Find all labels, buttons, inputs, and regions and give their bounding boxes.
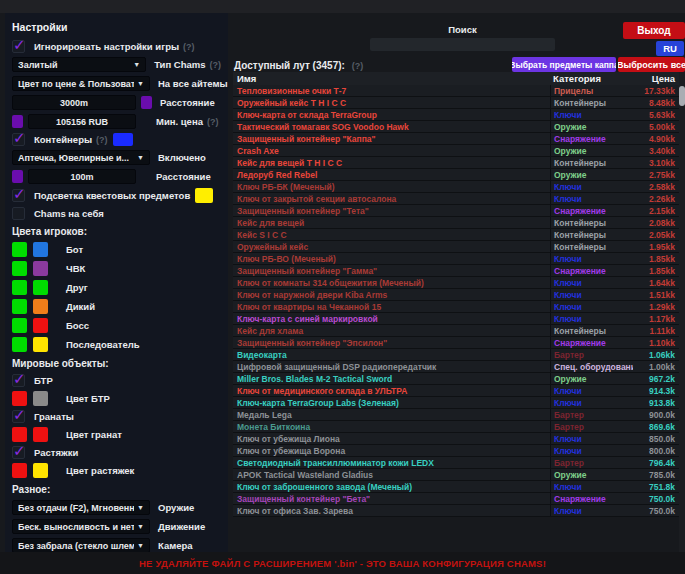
item-name: Кейс для хлама xyxy=(233,326,550,336)
table-row[interactable]: Ключ-карта TerraGroup Labs (Зеленая)Ключ… xyxy=(233,397,679,409)
table-row[interactable]: Кейс для вещейКонтейнеры2.08kk xyxy=(233,217,679,229)
quest-items-checkbox[interactable]: ✓ xyxy=(12,189,25,202)
table-row[interactable]: Ключ от убежища ЛионаКлючи850.0k xyxy=(233,433,679,445)
table-row[interactable]: Ключ от комнаты 314 общежития (Меченый)К… xyxy=(233,277,679,289)
distance-color-swatch[interactable] xyxy=(141,96,152,109)
weapon-select[interactable]: Без отдачи (F2), Мгновенное п ▼ xyxy=(12,500,150,515)
distance-input[interactable]: 3000m xyxy=(12,95,136,110)
color-swatch[interactable] xyxy=(33,318,48,333)
color-swatch[interactable] xyxy=(33,242,48,257)
table-row[interactable]: Ключ от наружной двери Kiba ArmsКлючи1.5… xyxy=(233,289,679,301)
table-row[interactable]: Ключ РБ-ВО (Меченый)Ключи1.85kk xyxy=(233,253,679,265)
distance-row: 3000m Расстояние xyxy=(12,95,221,110)
table-row[interactable]: Crash AxeОружие3.40kk xyxy=(233,145,679,157)
item-price: 8.48kk xyxy=(633,98,679,108)
chams-type-select[interactable]: Залитый ▼ xyxy=(12,57,146,72)
table-row[interactable]: Ключ от заброшенного завода (Меченый)Клю… xyxy=(233,481,679,493)
containers-distance-input[interactable]: 100m xyxy=(28,169,136,184)
min-price-input[interactable]: 105156 RUB xyxy=(28,114,136,129)
item-price: 900.0k xyxy=(633,410,679,420)
table-row[interactable]: Цифровой защищенный DSP радиопередатчикС… xyxy=(233,361,679,373)
containers-color-swatch[interactable] xyxy=(113,133,133,146)
grenades-checkbox[interactable]: ✓ xyxy=(12,410,25,423)
table-row[interactable]: Защищенный контейнер "Эпсилон"Снаряжение… xyxy=(233,337,679,349)
containers-mode-select[interactable]: Аптечка, Ювелирные и... ▼ xyxy=(12,150,150,165)
table-row[interactable]: Защищенный контейнер "Тета"Снаряжение2.1… xyxy=(233,205,679,217)
min-price-color-swatch[interactable] xyxy=(12,115,23,128)
help-icon: (?) xyxy=(183,42,195,52)
color-swatch[interactable] xyxy=(12,391,27,406)
weapon-row: Без отдачи (F2), Мгновенное п ▼ Оружие xyxy=(12,500,221,515)
chams-self-checkbox[interactable]: ✓ xyxy=(12,207,25,220)
language-button[interactable]: RU xyxy=(656,41,684,56)
search-input[interactable] xyxy=(370,38,555,51)
btr-checkbox[interactable]: ✓ xyxy=(12,374,25,387)
color-swatch[interactable] xyxy=(33,463,48,478)
table-row[interactable]: Монета БиткоинаБартер869.6k xyxy=(233,421,679,433)
table-row[interactable]: ВидеокартаБартер1.06kk xyxy=(233,349,679,361)
select-kappa-items-button[interactable]: Выбрать предметы каппа xyxy=(512,57,616,72)
table-row[interactable]: Медаль LegaБартер900.0k xyxy=(233,409,679,421)
table-row[interactable]: Ключ от офиса Зав. ЗареваКлючи750.0k xyxy=(233,505,679,517)
table-row[interactable]: Защищенный контейнер "Бета"Снаряжение750… xyxy=(233,493,679,505)
color-swatch[interactable] xyxy=(12,261,27,276)
all-items-select[interactable]: Цвет по цене & Пользователь ▼ xyxy=(12,76,150,91)
table-row[interactable]: Кейс для вещей T H I C CКонтейнеры3.10kk xyxy=(233,157,679,169)
table-row[interactable]: Тепловизионные очки Т-7Прицелы17.33kk xyxy=(233,85,679,97)
table-row[interactable]: Ключ от закрытой секции автосалонаКлючи2… xyxy=(233,193,679,205)
drop-all-button[interactable]: Выбросить все xyxy=(618,57,685,72)
color-swatch[interactable] xyxy=(33,391,48,406)
check-icon: ✓ xyxy=(13,129,26,147)
item-name: Защищенный контейнер "Каппа" xyxy=(233,134,550,144)
table-row[interactable]: Ключ-карта с синей маркировкойКлючи1.17k… xyxy=(233,313,679,325)
color-swatch[interactable] xyxy=(33,337,48,352)
color-swatch[interactable] xyxy=(12,463,27,478)
color-swatch[interactable] xyxy=(12,299,27,314)
table-row[interactable]: Тактический томагавк SOG Voodoo HawkОруж… xyxy=(233,121,679,133)
color-swatch[interactable] xyxy=(12,242,27,257)
table-row[interactable]: Защищенный контейнер "Гамма"Снаряжение1.… xyxy=(233,265,679,277)
scrollbar-thumb[interactable] xyxy=(679,86,685,106)
table-row[interactable]: Ключ от квартиры на Чеканной 15Ключи1.29… xyxy=(233,301,679,313)
table-row[interactable]: Кейс S I C CКонтейнеры2.05kk xyxy=(233,229,679,241)
exit-button[interactable]: Выход xyxy=(623,22,685,39)
table-scrollbar[interactable] xyxy=(679,72,685,552)
color-swatch[interactable] xyxy=(12,280,27,295)
color-swatch[interactable] xyxy=(12,427,27,442)
item-price: 4.90kk xyxy=(633,134,679,144)
table-row[interactable]: Защищенный контейнер "Каппа"Снаряжение4.… xyxy=(233,133,679,145)
settings-title: Настройки xyxy=(12,21,221,33)
item-name: Ключ-карта с синей маркировкой xyxy=(233,314,550,324)
window-title-bar xyxy=(0,0,685,13)
color-swatch[interactable] xyxy=(33,299,48,314)
movement-select[interactable]: Беск. выносливость и нет уста ▼ xyxy=(12,519,150,534)
color-swatch[interactable] xyxy=(12,318,27,333)
containers-checkbox[interactable]: ✓ xyxy=(12,133,25,146)
color-swatch[interactable] xyxy=(12,337,27,352)
item-name: Ключ РБ-ВО (Меченый) xyxy=(233,254,550,264)
table-row[interactable]: Кейс для хламаКонтейнеры1.11kk xyxy=(233,325,679,337)
ignore-game-settings-checkbox[interactable]: ✓ xyxy=(12,40,25,53)
table-row[interactable]: Оружейный кейсКонтейнеры1.95kk xyxy=(233,241,679,253)
quest-items-color-swatch[interactable] xyxy=(195,188,213,203)
containers-distance-row: 100m Расстояние xyxy=(12,169,221,184)
item-price: 750.0k xyxy=(633,506,679,516)
table-row[interactable]: Ключ РБ-БК (Меченый)Ключи2.58kk xyxy=(233,181,679,193)
color-swatch[interactable] xyxy=(33,427,48,442)
table-row[interactable]: Светодиодный трансиллюминатор кожи LEDXБ… xyxy=(233,457,679,469)
table-row[interactable]: Miller Bros. Blades M-2 Tactical SwordОр… xyxy=(233,373,679,385)
table-row[interactable]: Оружейный кейс T H I C CКонтейнеры8.48kk xyxy=(233,97,679,109)
table-row[interactable]: Ледоруб Red RebelОружие2.75kk xyxy=(233,169,679,181)
table-row[interactable]: Ключ от убежища ВоронаКлючи800.0k xyxy=(233,445,679,457)
item-price: 5.00kk xyxy=(633,122,679,132)
item-name: Монета Биткоина xyxy=(233,422,550,432)
table-row[interactable]: Ключ от медицинского склада в УЛЬТРАКлюч… xyxy=(233,385,679,397)
help-icon: (?) xyxy=(96,135,108,145)
tripwires-checkbox[interactable]: ✓ xyxy=(12,446,25,459)
containers-distance-color-swatch[interactable] xyxy=(12,170,23,183)
color-swatch[interactable] xyxy=(33,280,48,295)
table-row[interactable]: Ключ-карта от склада TerraGroupКлючи5.63… xyxy=(233,109,679,121)
table-row[interactable]: APOK Tactical Wasteland GladiusОружие785… xyxy=(233,469,679,481)
camera-select[interactable]: Без забрала (стекло шлема) ▼ xyxy=(12,538,150,552)
color-swatch[interactable] xyxy=(33,261,48,276)
